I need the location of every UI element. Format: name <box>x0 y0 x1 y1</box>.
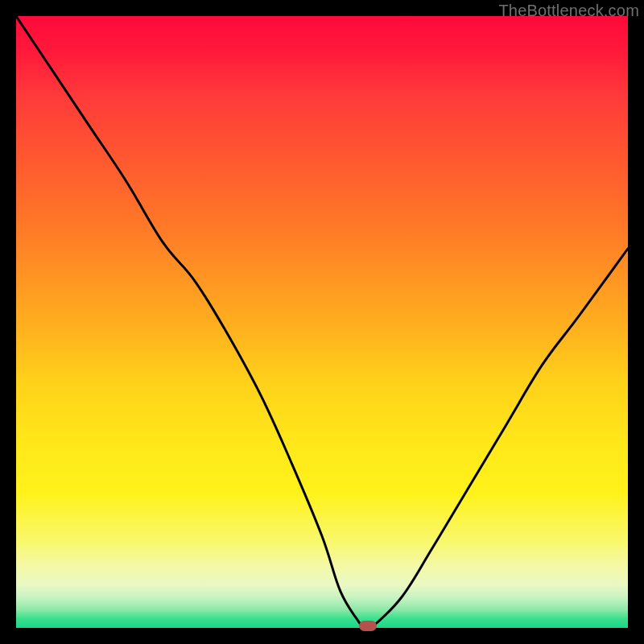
optimal-point-marker <box>359 621 377 631</box>
bottleneck-curve <box>16 16 628 628</box>
chart-frame: TheBottleneck.com <box>0 0 644 644</box>
plot-area <box>16 16 628 628</box>
